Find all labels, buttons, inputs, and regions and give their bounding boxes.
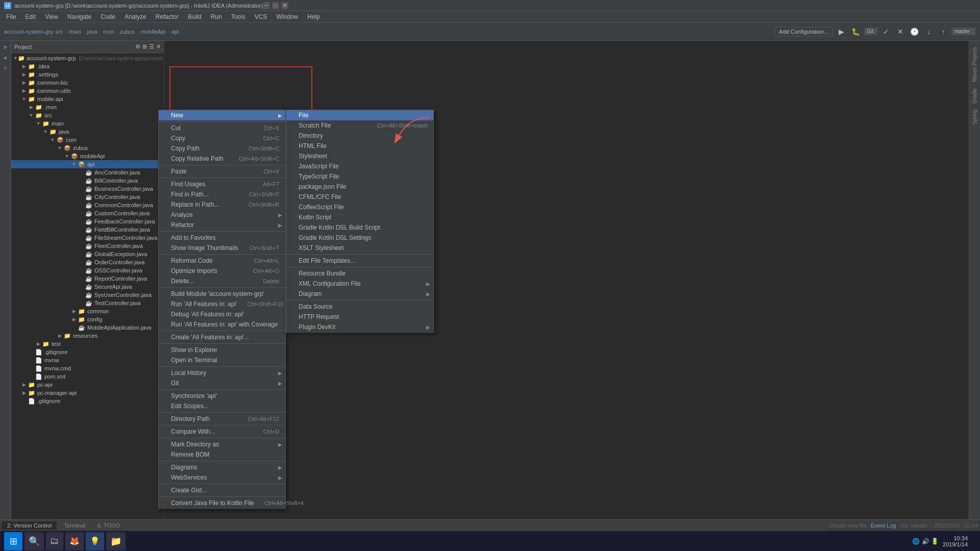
tree-item-report[interactable]: ☕ ReportController.java [11,274,164,283]
breadcrumb-com[interactable]: com [103,29,114,35]
menu-code[interactable]: Code [96,12,119,21]
menu-item-optimize-imports[interactable]: Optimize Imports Ctrl+Alt+O [159,266,285,276]
sidebar-icon-project[interactable]: P [1,43,10,52]
tree-item-business[interactable]: ☕ BusinessController.java [11,185,164,193]
menu-item-add-favorites[interactable]: Add to Favorites [159,233,285,243]
submenu-item-edit-templates[interactable]: Edit File Templates... [286,256,433,266]
maven-projects-label[interactable]: Maven Projects [971,45,978,84]
tree-item-custom[interactable]: ☕ CustomController.java [11,209,164,217]
windows-start-button[interactable]: ⊞ [4,532,22,550]
menu-window[interactable]: Window [272,12,302,21]
tree-item-filestream[interactable]: ☕ FileStreamController.java [11,234,164,242]
menu-item-mark-directory[interactable]: Mark Directory as ▶ [159,439,285,449]
taskbar-app-intellij[interactable]: 💡 [86,532,104,550]
tree-root[interactable]: ▼ 📁 account-system-grp D:\work\account-s… [11,54,164,62]
tree-item-global[interactable]: ☕ GlobalException.java [11,250,164,258]
tree-item-pc-manager[interactable]: ▶ 📁 pc-manager-api [11,389,164,397]
tree-item-feedback[interactable]: ☕ FeedbackController.java [11,217,164,226]
breadcrumb-zubus[interactable]: zubus [120,29,135,35]
git-push[interactable]: ↑ [937,26,949,38]
tree-item-config[interactable]: ▶ 📁 config [11,315,164,323]
minimize-button[interactable]: ─ [263,2,270,9]
tree-item-pc-api[interactable]: ▶ 📁 pc-api [11,381,164,389]
debug-button[interactable]: 🐛 [849,26,862,38]
submenu-item-html[interactable]: HTML File [286,141,433,151]
run-config-button[interactable]: Add Configuration... [774,27,833,36]
menu-item-build-module[interactable]: Build Module 'account-system-grp' [159,289,285,299]
sidebar-icon-fav[interactable]: ★ [1,53,10,62]
menu-item-copy[interactable]: Copy Ctrl+C [159,133,285,143]
menu-navigate[interactable]: Navigate [63,12,95,21]
run-button[interactable]: ▶ [835,26,847,38]
tree-item-common-biz[interactable]: ▶ 📁 common-biz [11,79,164,87]
submenu-item-gradle-kotlin-settings[interactable]: Gradle Kotlin DSL Settings [286,233,433,243]
menu-vcs[interactable]: VCS [251,12,272,21]
menu-item-webservices[interactable]: WebServices ▶ [159,472,285,483]
event-log-link[interactable]: Event Log [871,522,896,529]
submenu-item-scratch[interactable]: Scratch File Ctrl+Alt+Shift+Insert [286,120,433,131]
tree-item-src[interactable]: ▼ 📁 src [11,111,164,119]
menu-view[interactable]: View [41,12,62,21]
menu-item-reformat[interactable]: Reformat Code Ctrl+Alt+L [159,256,285,266]
spring-label[interactable]: Spring [971,108,978,127]
git-x[interactable]: ✕ [894,26,906,38]
menu-analyze[interactable]: Analyze [120,12,151,21]
submenu-item-javascript[interactable]: JavaScript File [286,161,433,171]
git-update[interactable]: ↓ [923,26,935,38]
menu-item-create-gist[interactable]: Create Gist... [159,485,285,495]
git-history[interactable]: 🕐 [909,26,921,38]
tree-item-fleet[interactable]: ☕ FleetController.java [11,242,164,250]
project-close-icon[interactable]: ✕ [156,43,161,50]
menu-help[interactable]: Help [303,12,324,21]
tree-item-common-ctrl[interactable]: ☕ CommonController.java [11,201,164,209]
tree-item-zubus[interactable]: ▼ 📦 zubus [11,144,164,152]
tree-item-test[interactable]: ▶ 📁 test [11,340,164,348]
menu-item-open-terminal[interactable]: Open in Terminal [159,355,285,365]
tree-item-fieldbill[interactable]: ☕ FieldBillController.java [11,226,164,234]
taskbar-app-1[interactable]: 🔍 [24,532,44,550]
tree-item-mobile-api[interactable]: ▼ 📁 mobile-api [11,95,164,103]
menu-item-copy-relative-path[interactable]: Copy Relative Path Ctrl+Alt+Shift+C [159,154,285,164]
menu-item-local-history[interactable]: Local History ▶ [159,368,285,378]
tree-item-mvn[interactable]: ▶ 📁 .mvn [11,103,164,111]
project-gear-icon[interactable]: ⚙ [135,43,140,50]
submenu-item-resource-bundle[interactable]: Resource Bundle [286,268,433,279]
tree-item-secureapi[interactable]: ☕ SecureApi.java [11,283,164,291]
submenu-item-stylesheet[interactable]: Stylesheet [286,151,433,161]
submenu-item-kotlin-script[interactable]: Kotlin Script [286,212,433,222]
menu-file[interactable]: File [2,12,20,21]
git-branch[interactable]: master : [951,28,976,35]
menu-build[interactable]: Build [184,12,206,21]
menu-item-delete[interactable]: Delete... Delete [159,276,285,286]
menu-item-git[interactable]: Git ▶ [159,378,285,388]
submenu-item-xslt[interactable]: XSLT Stylesheet [286,243,433,253]
tree-item-pom[interactable]: 📄 pom.xml [11,372,164,381]
tree-item-mobileapp[interactable]: ☕ MobileApiApplication.java [11,323,164,332]
taskbar-app-firefox[interactable]: 🦊 [65,532,84,550]
menu-item-synchronize[interactable]: Synchronize 'api' [159,391,285,401]
menu-item-replace-in-path[interactable]: Replace in Path... Ctrl+Shift+R [159,199,285,210]
tree-item-api[interactable]: ▼ 📦 api [11,160,164,168]
tree-item-resources[interactable]: ▶ 📁 resources [11,332,164,340]
submenu-item-data-source[interactable]: Data Source [286,302,433,312]
submenu-item-plugin-devkit[interactable]: Plugin DevKit ▶ [286,322,433,332]
breadcrumb-java[interactable]: java [87,29,97,35]
tree-item-settings[interactable]: ▶ 📁 .settings [11,70,164,79]
tree-item-com[interactable]: ▼ 📦 com [11,136,164,144]
tab-terminal[interactable]: Terminal [59,521,90,530]
tree-item-java[interactable]: ▼ 📁 java [11,128,164,136]
menu-item-show-thumbnails[interactable]: Show Image Thumbnails Ctrl+Shift+T [159,243,285,253]
tree-item-mvnw-cmd[interactable]: 📄 mvnw.cmd [11,364,164,372]
project-settings-icon[interactable]: ☰ [149,43,154,50]
menu-item-directory-path[interactable]: Directory Path Ctrl+Alt+F12 [159,414,285,424]
taskbar-app-folder[interactable]: 📁 [106,532,126,550]
submenu-item-package-json[interactable]: package.json File [286,182,433,192]
breadcrumb-src[interactable]: src [56,29,63,35]
submenu-item-directory[interactable]: Directory [286,131,433,141]
menu-item-paste[interactable]: Paste Ctrl+V [159,166,285,177]
menu-item-edit-scopes[interactable]: Edit Scopes... [159,401,285,411]
menu-tools[interactable]: Tools [227,12,250,21]
tree-item-common-utils[interactable]: ▶ 📁 common-utils [11,87,164,95]
submenu-item-xml-config[interactable]: XML Configuration File ▶ [286,279,433,289]
submenu-item-coffeescript[interactable]: CoffeeScript File [286,202,433,212]
